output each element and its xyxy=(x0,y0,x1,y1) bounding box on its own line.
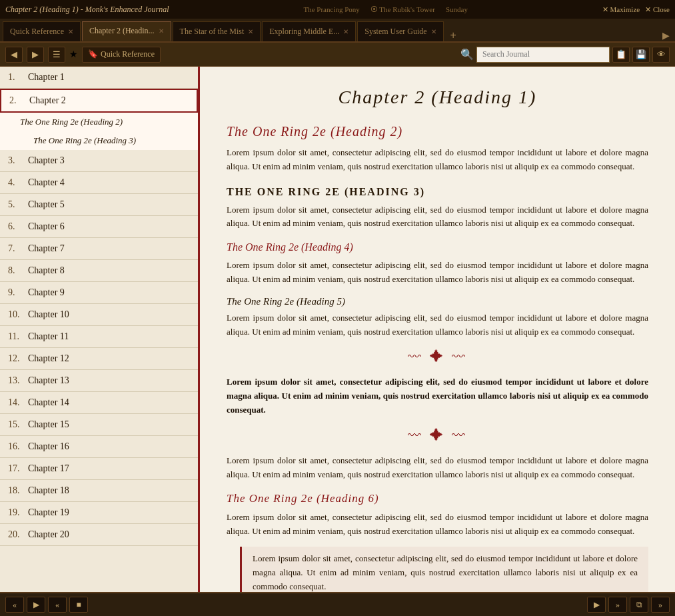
bottom-left-controls: « ▶ « ■ xyxy=(5,597,88,613)
heading2-label: The One Ring 2e (Heading 2) xyxy=(20,117,123,127)
bottom-end[interactable]: » xyxy=(651,597,670,613)
sidebar: 1. Chapter 1 2. Chapter 2 The One Ring 2… xyxy=(0,67,200,592)
bottom-right-controls: ▶ » ⧉ » xyxy=(587,597,670,613)
section-heading-4: The One Ring 2e (Heading 5) xyxy=(227,296,648,307)
sidebar-subitem-heading2[interactable]: The One Ring 2e (Heading 2) xyxy=(0,113,198,131)
sidebar-item-chapter11[interactable]: 11. Chapter 11 xyxy=(0,326,198,348)
body-text-2: Lorem ipsum dolor sit amet, consectetur … xyxy=(227,203,648,231)
search-area: 🔍 📋 💾 👁 xyxy=(460,47,670,63)
sidebar-item-chapter19[interactable]: 19. Chapter 19 xyxy=(0,502,198,524)
search-icon: 🔍 xyxy=(460,48,474,61)
body-text-5: Lorem ipsum dolor sit amet, consectetur … xyxy=(227,454,648,482)
sidebar-item-chapter20[interactable]: 20. Chapter 20 xyxy=(0,524,198,546)
list-button[interactable]: ☰ xyxy=(48,47,65,63)
maximize-button[interactable]: ✕ Maximize xyxy=(602,5,640,14)
main-layout: 1. Chapter 1 2. Chapter 2 The One Ring 2… xyxy=(0,67,675,592)
body-text-6: Lorem ipsum dolor sit amet, consectetur … xyxy=(227,511,648,539)
sidebar-item-chapter1[interactable]: 1. Chapter 1 xyxy=(0,67,198,89)
sidebar-item-chapter18[interactable]: 18. Chapter 18 xyxy=(0,480,198,502)
sidebar-subitem-heading3[interactable]: The One Ring 2e (Heading 3) xyxy=(0,131,198,150)
eye-icon-button[interactable]: 👁 xyxy=(652,47,670,63)
bottom-stop[interactable]: ■ xyxy=(69,597,88,613)
add-tab-button[interactable]: + xyxy=(446,29,460,41)
tab-mist-close[interactable]: ✕ xyxy=(248,28,253,35)
sidebar-item-chapter12[interactable]: 12. Chapter 12 xyxy=(0,348,198,370)
save-icon-button[interactable]: 💾 xyxy=(632,47,650,63)
tab-quickref-label: Quick Reference xyxy=(10,27,64,37)
chapter1-label: Chapter 1 xyxy=(28,72,65,83)
section-heading-2: THE ONE RING 2E (HEADING 3) xyxy=(227,186,648,198)
body-text-3: Lorem ipsum dolor sit amet, consectetur … xyxy=(227,259,648,287)
sidebar-item-chapter3[interactable]: 3. Chapter 3 xyxy=(0,150,198,172)
bookmark-label: Quick Reference xyxy=(101,49,155,59)
tab-mist-label: The Star of the Mist xyxy=(180,27,245,37)
window-prancing-pony[interactable]: The Prancing Pony xyxy=(303,5,359,13)
window-sunday[interactable]: Sunday xyxy=(446,5,468,13)
tab-middle-label: Exploring Middle E... xyxy=(269,27,339,37)
bottom-layout[interactable]: ⧉ xyxy=(630,597,648,613)
sidebar-item-chapter9[interactable]: 9. Chapter 9 xyxy=(0,282,198,304)
content-area: Chapter 2 (Heading 1) The One Ring 2e (H… xyxy=(200,67,675,592)
titlebar-left: Chapter 2 (Heading 1) - Monk's Enhanced … xyxy=(5,5,169,15)
bottom-prev[interactable]: « xyxy=(48,597,67,613)
tab-mist[interactable]: The Star of the Mist ✕ xyxy=(173,21,261,41)
copy-icon-button[interactable]: 📋 xyxy=(612,47,630,63)
tab-chapter2-label: Chapter 2 (Headin... xyxy=(89,26,155,36)
toolbar: ◀ ▶ ☰ ★ 🔖 Quick Reference 🔍 📋 💾 👁 xyxy=(0,43,675,67)
bookmark-icon: 🔖 xyxy=(88,49,98,59)
chapter2-label: Chapter 2 xyxy=(29,95,66,106)
window-rubiks[interactable]: ⦿ The Rubik's Tower xyxy=(370,5,435,13)
page-title: Chapter 2 (Heading 1) xyxy=(227,87,648,108)
sidebar-item-chapter17[interactable]: 17. Chapter 17 xyxy=(0,458,198,480)
tab-quickref[interactable]: Quick Reference ✕ xyxy=(3,21,81,41)
tab-middle[interactable]: Exploring Middle E... ✕ xyxy=(262,21,356,41)
tab-quickref-close[interactable]: ✕ xyxy=(68,28,73,35)
bottom-prev-prev[interactable]: « xyxy=(5,597,24,613)
body-text-bold-1: Lorem ipsum dolor sit amet, consectetur … xyxy=(227,375,648,417)
sidebar-item-chapter5[interactable]: 5. Chapter 5 xyxy=(0,194,198,216)
star-icon[interactable]: ★ xyxy=(69,49,78,60)
tab-chapter2-close[interactable]: ✕ xyxy=(159,27,164,35)
tab-middle-close[interactable]: ✕ xyxy=(343,28,348,35)
sidebar-item-chapter6[interactable]: 6. Chapter 6 xyxy=(0,216,198,238)
tab-chapter2[interactable]: Chapter 2 (Headin... ✕ xyxy=(82,21,171,41)
body-text-1: Lorem ipsum dolor sit amet, consectetur … xyxy=(227,146,648,174)
bottom-toolbar: « ▶ « ■ ▶ » ⧉ » xyxy=(0,592,675,616)
sidebar-item-chapter7[interactable]: 7. Chapter 7 xyxy=(0,238,198,260)
chapter2-num: 2. xyxy=(9,95,29,106)
body-text-4: Lorem ipsum dolor sit amet, consectetur … xyxy=(227,311,648,339)
section-heading-3: The One Ring 2e (Heading 4) xyxy=(227,241,648,253)
section-heading-1: The One Ring 2e (Heading 2) xyxy=(227,124,648,139)
sidebar-item-chapter14[interactable]: 14. Chapter 14 xyxy=(0,392,198,414)
tab-overflow-button[interactable]: ▶ xyxy=(660,30,672,41)
search-input[interactable] xyxy=(476,47,610,63)
bottom-next[interactable]: ▶ xyxy=(587,597,606,613)
titlebar-controls: ✕ Maximize ✕ Close xyxy=(602,5,670,14)
tab-bar: Quick Reference ✕ Chapter 2 (Headin... ✕… xyxy=(0,19,675,43)
sidebar-item-chapter2[interactable]: 2. Chapter 2 xyxy=(0,89,198,113)
divider-2: 〰 ✦ 〰 xyxy=(227,428,648,443)
heading3-label: The One Ring 2e (Heading 3) xyxy=(33,135,136,146)
sidebar-item-chapter16[interactable]: 16. Chapter 16 xyxy=(0,436,198,458)
bookmark-button[interactable]: 🔖 Quick Reference xyxy=(82,47,161,63)
sidebar-item-chapter10[interactable]: 10. Chapter 10 xyxy=(0,304,198,326)
sidebar-item-chapter15[interactable]: 15. Chapter 15 xyxy=(0,414,198,436)
chapter1-num: 1. xyxy=(8,72,28,83)
forward-button[interactable]: ▶ xyxy=(27,47,44,63)
section-heading-5: The One Ring 2e (Heading 6) xyxy=(227,492,648,505)
bottom-play[interactable]: ▶ xyxy=(27,597,45,613)
tab-guide[interactable]: System User Guide ✕ xyxy=(357,21,443,41)
titlebar: Chapter 2 (Heading 1) - Monk's Enhanced … xyxy=(0,0,675,19)
sidebar-item-chapter4[interactable]: 4. Chapter 4 xyxy=(0,172,198,194)
tab-guide-close[interactable]: ✕ xyxy=(431,28,436,35)
blockquote-1: Lorem ipsum dolor sit amet, consectetur … xyxy=(240,547,648,592)
sidebar-item-chapter13[interactable]: 13. Chapter 13 xyxy=(0,370,198,392)
tab-guide-label: System User Guide xyxy=(364,27,426,37)
back-button[interactable]: ◀ xyxy=(5,47,23,63)
close-button[interactable]: ✕ Close xyxy=(645,5,670,14)
titlebar-windows: The Prancing Pony ⦿ The Rubik's Tower Su… xyxy=(303,5,467,13)
sidebar-item-chapter8[interactable]: 8. Chapter 8 xyxy=(0,260,198,282)
bottom-next-next[interactable]: » xyxy=(608,597,627,613)
divider-1: 〰 ✦ 〰 xyxy=(227,349,648,365)
app-title: Chapter 2 (Heading 1) - Monk's Enhanced … xyxy=(5,5,169,15)
